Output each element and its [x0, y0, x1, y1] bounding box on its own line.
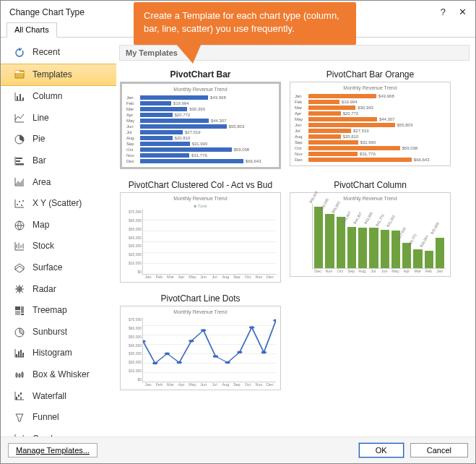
chart-type-icon	[14, 69, 25, 80]
svg-rect-26	[20, 392, 22, 395]
chart-preview: Monthly Revenue Trend Jan $43,908 Feb $1…	[120, 82, 281, 169]
sidebar-item-waterfall[interactable]: Waterfall	[1, 386, 116, 408]
ok-button[interactable]: OK	[359, 443, 404, 457]
template-thumb[interactable]: PivotChart Line Dots Monthly Revenue Tre…	[119, 291, 282, 391]
sidebar-item-funnel[interactable]: Funnel	[1, 407, 116, 429]
col-bar: $44,307	[358, 228, 367, 268]
chart-type-icon	[14, 241, 25, 252]
bar-row: Apr $20,772	[126, 112, 274, 118]
bar-row: Sep $31,990	[295, 139, 446, 145]
template-thumb[interactable]: PivotChart Clustered Col - Act vs Bud Mo…	[119, 177, 282, 283]
template-thumb[interactable]: PivotChart Bar Monthly Revenue Trend Jan…	[119, 66, 282, 170]
sidebar-item-line[interactable]: Line	[1, 108, 116, 129]
bar-row: May $44,307	[295, 116, 446, 122]
dialog-title: Change Chart Type	[9, 7, 85, 17]
bar-row: Aug $20,810	[126, 135, 274, 141]
template-thumb[interactable]: PivotChart Bar Orange Monthly Revenue Tr…	[289, 66, 451, 170]
chart-subtitle: Monthly Revenue Trend	[125, 309, 276, 314]
thumb-title: PivotChart Line Dots	[120, 291, 281, 306]
svg-rect-14	[15, 311, 20, 315]
chart-type-icon	[14, 412, 25, 424]
chart-type-icon	[14, 155, 25, 167]
bar-row: Dec $66,643	[126, 158, 274, 164]
sidebar-item-area[interactable]: Area	[1, 172, 116, 194]
template-thumb[interactable]: PivotChart Column Monthly Revenue Trend …	[289, 177, 451, 283]
sidebar-item-label: Funnel	[33, 410, 59, 426]
sidebar-item-label: Waterfall	[33, 389, 66, 405]
bar-row: Feb $19,994	[295, 99, 446, 105]
svg-rect-4	[16, 158, 22, 159]
chart-type-icon	[14, 134, 25, 145]
svg-point-40	[261, 351, 267, 354]
sidebar-item-x-y-scatter-[interactable]: X Y (Scatter)	[1, 193, 116, 215]
svg-rect-6	[16, 163, 24, 165]
col-bar: $41,773	[381, 230, 389, 268]
gallery-heading: My Templates	[119, 45, 469, 61]
sidebar-item-pie[interactable]: Pie	[1, 129, 116, 150]
sidebar-item-label: Recent	[33, 45, 60, 61]
sidebar-item-label: Area	[33, 175, 51, 191]
col-bar: $43,908	[369, 228, 378, 268]
svg-rect-13	[21, 306, 24, 313]
sidebar-item-label: Radar	[33, 282, 56, 298]
bar-row: Dec $66,643	[295, 157, 446, 163]
svg-rect-1	[20, 94, 21, 100]
sidebar-item-histogram[interactable]: Histogram	[1, 343, 116, 364]
sidebar-item-label: Box & Whisker	[33, 367, 90, 383]
sidebar-item-radar[interactable]: Radar	[1, 279, 116, 301]
chart-type-icon	[14, 198, 25, 210]
col-bar: $66,643	[314, 207, 323, 268]
bar-row: Mar $30,393	[126, 106, 274, 112]
bar-row: Jan $43,908	[126, 95, 274, 100]
sidebar-item-templates[interactable]: Templates	[1, 64, 116, 87]
chart-subtitle: Monthly Revenue Trend	[126, 87, 274, 92]
sidebar-item-stock[interactable]: Stock	[1, 236, 116, 257]
sidebar-item-treemap[interactable]: Treemap	[1, 300, 116, 322]
chart-type-icon	[14, 283, 25, 295]
instruction-callout: Create a Template for each chart type (c…	[134, 2, 356, 45]
sidebar-item-label: Bar	[33, 153, 46, 169]
tab-all-charts[interactable]: All Charts	[7, 22, 57, 38]
manage-templates-button[interactable]: Manage Templates...	[8, 443, 98, 457]
svg-rect-2	[22, 98, 24, 100]
svg-point-33	[177, 361, 182, 364]
svg-point-7	[17, 204, 18, 205]
bar-row: Feb $19,994	[126, 100, 274, 106]
help-button[interactable]: ?	[441, 7, 446, 17]
sidebar-item-label: Map	[33, 218, 49, 233]
sidebar-item-surface[interactable]: Surface	[1, 257, 116, 279]
chart-subtitle: Monthly Revenue Trend	[295, 196, 446, 201]
sidebar-item-label: Sunburst	[33, 325, 67, 340]
col-bar: $20,772	[413, 249, 422, 268]
close-button[interactable]: ✕	[459, 7, 467, 17]
chart-type-icon	[14, 369, 25, 381]
svg-point-35	[201, 329, 206, 332]
svg-rect-27	[20, 397, 22, 400]
sidebar-item-bar[interactable]: Bar	[1, 150, 116, 172]
sidebar-item-label: Surface	[33, 260, 62, 276]
sidebar-item-column[interactable]: Column	[1, 86, 116, 108]
cancel-button[interactable]: Cancel	[410, 443, 468, 457]
sidebar-item-label: Pie	[33, 132, 45, 147]
chart-type-icon	[14, 390, 25, 402]
sidebar-item-label: Line	[33, 111, 49, 126]
sidebar-item-recent[interactable]: Recent	[1, 42, 116, 64]
sidebar-item-box-whisker[interactable]: Box & Whisker	[1, 364, 116, 386]
chart-preview: Monthly Revenue Trend ■ Total $0$10,000$…	[120, 192, 281, 283]
chart-type-icon	[14, 327, 25, 338]
sidebar-item-map[interactable]: Map	[1, 215, 116, 236]
line-chart-area: $0$10,000$20,000$30,000$40,000$50,000$60…	[142, 317, 276, 382]
sidebar-item-sunburst[interactable]: Sunburst	[1, 322, 116, 343]
svg-point-39	[249, 326, 254, 329]
svg-rect-20	[22, 353, 24, 357]
svg-point-31	[152, 362, 157, 365]
chart-preview: Monthly Revenue Trend Jan $43,908 Feb $1…	[290, 82, 451, 166]
chart-type-icon	[14, 220, 25, 231]
bar-row: Jul $27,519	[126, 129, 274, 135]
template-gallery: My Templates PivotChart Bar Monthly Reve…	[116, 38, 475, 442]
svg-rect-18	[18, 351, 20, 357]
svg-point-37	[225, 361, 230, 364]
chart-type-icon	[14, 176, 25, 188]
svg-point-8	[19, 201, 20, 202]
column-chart-area: $0$10,000$20,000$30,000$40,000$50,000$60…	[142, 210, 276, 275]
